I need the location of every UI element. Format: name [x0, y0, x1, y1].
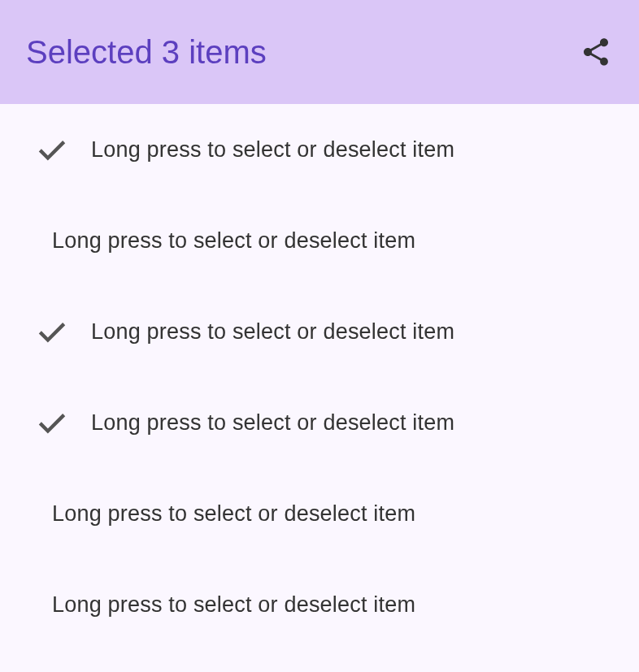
item-label: Long press to select or deselect item [52, 592, 415, 618]
list-item[interactable]: Long press to select or deselect item [0, 195, 639, 286]
item-label: Long press to select or deselect item [91, 410, 454, 436]
item-label: Long press to select or deselect item [91, 319, 454, 345]
check-icon [33, 312, 72, 351]
check-icon [33, 403, 72, 442]
page-title: Selected 3 items [26, 34, 267, 71]
share-button[interactable] [579, 35, 613, 69]
list-item[interactable]: Long press to select or deselect item [0, 104, 639, 195]
item-label: Long press to select or deselect item [52, 501, 415, 527]
list-item[interactable]: Long press to select or deselect item [0, 468, 639, 559]
item-label: Long press to select or deselect item [91, 137, 454, 163]
check-icon [33, 130, 72, 169]
share-icon [580, 36, 612, 68]
list-item[interactable]: Long press to select or deselect item [0, 286, 639, 377]
list-item[interactable]: Long press to select or deselect item [0, 377, 639, 468]
item-list: Long press to select or deselect item Lo… [0, 104, 639, 650]
list-item[interactable]: Long press to select or deselect item [0, 559, 639, 650]
app-bar: Selected 3 items [0, 0, 639, 104]
item-label: Long press to select or deselect item [52, 228, 415, 254]
